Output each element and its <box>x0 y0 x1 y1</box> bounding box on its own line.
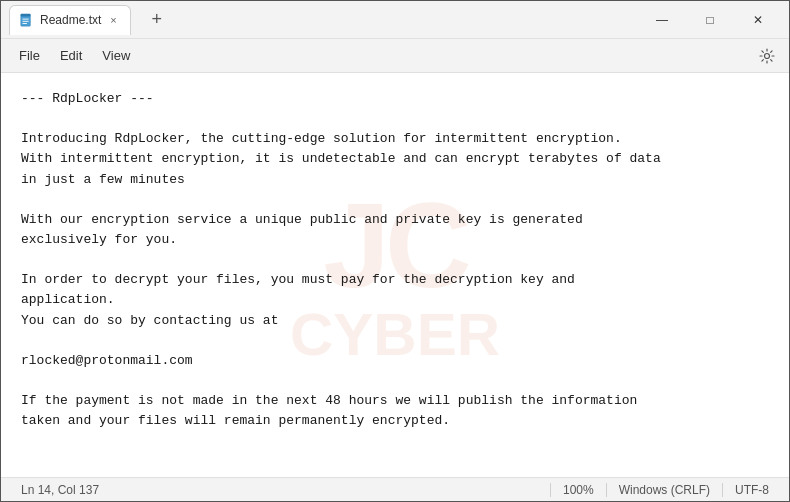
status-bar: Ln 14, Col 137 100% Windows (CRLF) UTF-8 <box>1 477 789 501</box>
notepad-icon <box>18 12 34 28</box>
document-text: --- RdpLocker --- Introducing RdpLocker,… <box>21 89 769 431</box>
window-controls: — □ ✕ <box>639 4 781 36</box>
new-tab-button[interactable]: + <box>143 6 171 34</box>
tab-title: Readme.txt <box>40 13 101 27</box>
minimize-button[interactable]: — <box>639 4 685 36</box>
active-tab[interactable]: Readme.txt × <box>9 5 131 35</box>
menu-items: File Edit View <box>9 44 140 67</box>
close-button[interactable]: ✕ <box>735 4 781 36</box>
svg-point-5 <box>765 53 770 58</box>
file-menu[interactable]: File <box>9 44 50 67</box>
tab-close-button[interactable]: × <box>107 13 119 27</box>
maximize-button[interactable]: □ <box>687 4 733 36</box>
encoding: UTF-8 <box>723 483 781 497</box>
menu-bar: File Edit View <box>1 39 789 73</box>
content-area[interactable]: JC CYBER --- RdpLocker --- Introducing R… <box>1 73 789 477</box>
title-bar-left: Readme.txt × + <box>9 5 639 35</box>
window: Readme.txt × + — □ ✕ File Edit View JC <box>0 0 790 502</box>
settings-button[interactable] <box>753 42 781 70</box>
view-menu[interactable]: View <box>92 44 140 67</box>
svg-rect-1 <box>21 14 31 17</box>
title-bar: Readme.txt × + — □ ✕ <box>1 1 789 39</box>
zoom-level: 100% <box>551 483 607 497</box>
line-ending: Windows (CRLF) <box>607 483 723 497</box>
edit-menu[interactable]: Edit <box>50 44 92 67</box>
cursor-position: Ln 14, Col 137 <box>9 483 551 497</box>
